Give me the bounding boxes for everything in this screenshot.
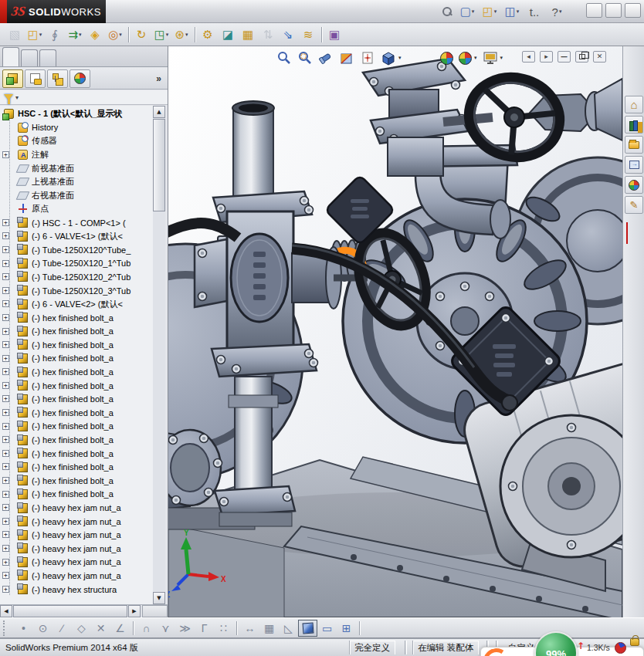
grid-icon[interactable]: ▦ [259, 620, 279, 637]
explode-line-sketch-icon[interactable]: ≋ [298, 25, 318, 44]
expander-icon[interactable] [2, 545, 9, 552]
tree-item[interactable]: (-) hex finished bolt_a [0, 488, 154, 502]
smart-fasteners-icon[interactable]: ⊛ [171, 25, 192, 44]
scene-caret[interactable]: ▾ [500, 55, 503, 61]
menu-view[interactable] [153, 8, 171, 15]
single-viewport-icon[interactable]: ▭ [317, 620, 337, 637]
insert-components-icon[interactable]: ⇉ [65, 25, 85, 44]
gears-icon[interactable]: ⚙ [198, 25, 218, 44]
sketch-circle-icon[interactable]: ⊙ [33, 620, 53, 637]
tree-item[interactable]: (-) heavy hex jam nut_a [0, 569, 154, 583]
sketch-tool-icon[interactable] [130, 620, 137, 637]
tree-item[interactable]: (-) hex finished bolt_a [0, 433, 154, 447]
tree-item[interactable]: (-) hex finished bolt_a [0, 325, 154, 339]
menu-window[interactable] [227, 8, 246, 15]
tree-horizontal-scrollbar[interactable]: ◀ ▶ [0, 604, 168, 617]
relations-icon[interactable]: ◺ [279, 620, 298, 637]
sketch-offset-icon[interactable]: ≫ [175, 620, 195, 637]
displaymanager-tab[interactable] [69, 69, 90, 88]
tree-item[interactable]: (-) Tube-1250X120^Tube_ [0, 243, 154, 257]
tree-item[interactable]: (-) hex finished bolt_a [0, 420, 154, 434]
close-document-icon[interactable]: ✕ [593, 51, 606, 63]
expander-icon[interactable] [2, 423, 9, 430]
overflow-chevron[interactable]: » [156, 73, 161, 84]
save-icon[interactable]: ◫ [502, 2, 522, 21]
sketch-points-icon[interactable]: ∷ [214, 620, 233, 637]
tab-assembly[interactable] [2, 47, 19, 66]
dimension-icon[interactable]: ↔ [240, 620, 259, 637]
menu-help[interactable] [246, 8, 264, 15]
design-library-tab[interactable] [625, 116, 643, 134]
menu-file[interactable] [116, 8, 134, 15]
tree-item[interactable]: (-) hex finished bolt_a [0, 460, 154, 474]
display-style-caret[interactable]: ▾ [398, 55, 402, 61]
sketch-angle-icon[interactable]: ∠ [110, 620, 130, 637]
scroll-left-icon[interactable]: ◀ [0, 605, 12, 617]
tree-item[interactable]: (-) heavy hex jam nut_a [0, 515, 154, 529]
network-status-icon[interactable] [615, 642, 626, 654]
edit-component-icon[interactable]: ◳ [151, 25, 171, 44]
view-orientation-icon[interactable] [360, 50, 375, 66]
scroll-right-icon[interactable]: ▶ [128, 605, 141, 617]
mate-icon[interactable]: ◎ [105, 25, 125, 44]
tree-item[interactable]: (-) hex finished bolt_a [0, 474, 154, 488]
window-previous-icon[interactable]: ◂ [522, 51, 535, 63]
collapsed-toolbar-item[interactable]: t.. [524, 2, 544, 21]
expander-icon[interactable] [2, 504, 9, 511]
sketch-mirror-icon[interactable]: ⋎ [156, 620, 175, 637]
zoom-to-area-icon[interactable] [297, 50, 313, 66]
tree-item[interactable]: (-) hex finished bolt_a [0, 352, 154, 366]
display-style-icon[interactable] [381, 50, 396, 66]
tree-item[interactable]: (-) heavy hex jam nut_a [0, 542, 154, 556]
scroll-up-icon[interactable]: ▲ [153, 106, 165, 118]
expander-icon[interactable] [2, 260, 9, 267]
tree-item[interactable]: History [0, 121, 154, 135]
sketch-point-icon[interactable]: • [14, 620, 33, 637]
tree-item[interactable]: (-) hex finished bolt_a [0, 447, 154, 461]
toolbar-icon[interactable] [125, 25, 131, 44]
tree-item[interactable]: 前视基准面 [0, 161, 154, 175]
tab-layout[interactable] [21, 49, 38, 66]
expander-icon[interactable] [2, 382, 9, 389]
tree-item[interactable]: 右视基准面 [0, 189, 154, 203]
new-window-icon[interactable]: ◈ [85, 25, 105, 44]
custom-properties-tab[interactable]: ✎ [625, 196, 643, 214]
help-icon[interactable]: ? [547, 2, 567, 21]
sketch-corner-icon[interactable]: Γ [195, 620, 214, 637]
appearance-caret[interactable]: ▾ [474, 55, 477, 61]
sketch-polygon-icon[interactable]: ◇ [72, 620, 91, 637]
horizontal-scroll-thumb[interactable] [13, 605, 127, 617]
tree-item[interactable]: (-) heavy hex structura [0, 583, 154, 597]
tree-item[interactable]: (-) 6 - VALVE<1> (默认< [0, 229, 154, 243]
tree-item[interactable]: (-) heavy hex jam nut_a [0, 528, 154, 542]
toolbar-icon[interactable] [318, 25, 324, 44]
tree-item[interactable]: (-) hex finished bolt_a [0, 311, 154, 325]
expander-icon[interactable] [2, 219, 9, 226]
expander-icon[interactable] [2, 559, 9, 566]
3d-model-view[interactable]: Y X Z [168, 46, 622, 617]
appearances-tab[interactable] [625, 176, 643, 194]
expander-icon[interactable] [2, 491, 9, 498]
tree-item[interactable]: (-) 6 - VALVE<2> (默认< [0, 297, 154, 311]
tree-item[interactable]: 注解 [0, 148, 154, 162]
filter-dropdown-caret[interactable]: ▾ [15, 94, 19, 101]
tree-item[interactable]: (-) heavy hex jam nut_a [0, 556, 154, 570]
expander-icon[interactable] [2, 572, 9, 579]
tree-item[interactable]: (-) hex finished bolt_a [0, 365, 154, 379]
expander-icon[interactable] [2, 586, 9, 593]
tree-item[interactable]: (-) heavy hex jam nut_a [0, 501, 154, 515]
expander-icon[interactable] [2, 368, 9, 375]
image-icon[interactable]: ▣ [324, 25, 344, 44]
expander-icon[interactable] [2, 518, 9, 525]
tree-item[interactable]: (-) HSC - 1 - COMP<1> ( [0, 216, 154, 230]
expander-icon[interactable] [2, 232, 9, 239]
section-view-icon[interactable] [339, 50, 354, 66]
sketch-tool-icon[interactable] [356, 620, 363, 637]
tree-item[interactable]: HSC - 1 (默认<默认_显示状 [0, 107, 154, 121]
toolbar-grip[interactable] [3, 620, 9, 636]
search-icon[interactable] [442, 6, 452, 17]
previous-view-icon[interactable] [318, 50, 334, 66]
expander-icon[interactable] [2, 273, 9, 280]
featuremanager-tree-tab[interactable] [2, 69, 23, 88]
filter-funnel-icon[interactable] [4, 94, 13, 100]
